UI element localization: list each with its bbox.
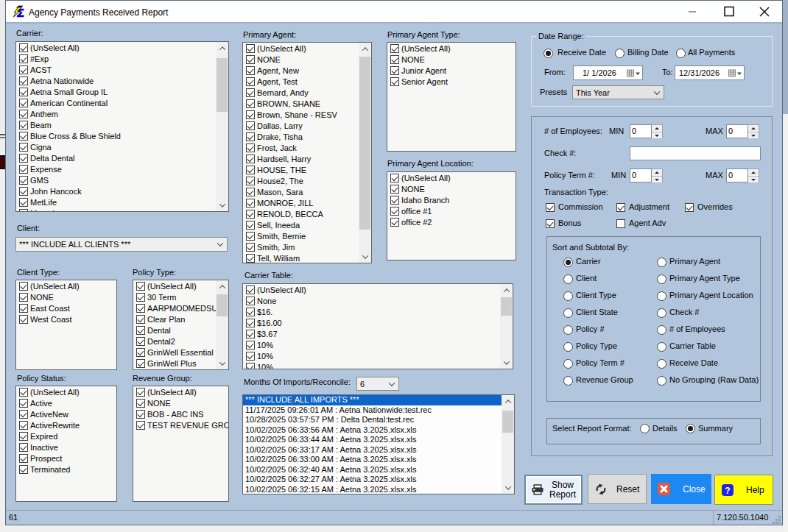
svg-text:?: ? <box>725 485 730 495</box>
